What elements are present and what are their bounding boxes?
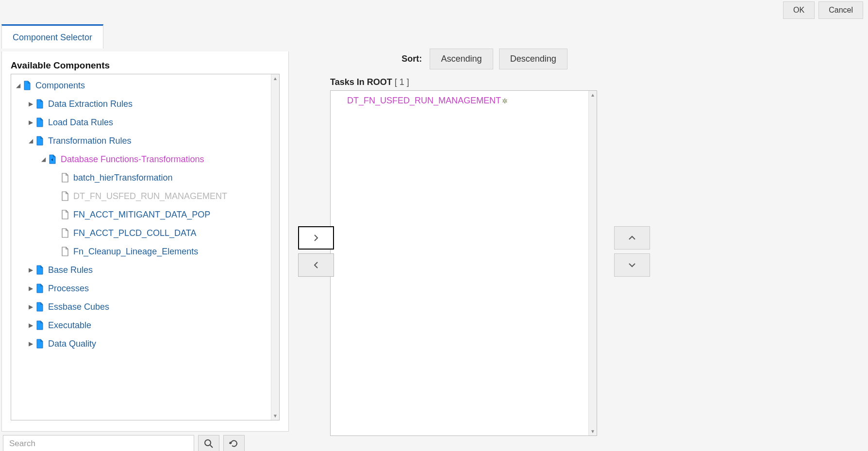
- tree-leaf-dtfn-usfed[interactable]: ▶ DT_FN_USFED_RUN_MANAGEMENT: [52, 187, 279, 205]
- ok-button[interactable]: OK: [783, 1, 815, 19]
- file-solid-icon: [35, 265, 44, 275]
- component-tree[interactable]: ◢ Components ▶ Data Extraction Rules: [11, 74, 280, 420]
- file-solid-icon: [35, 117, 44, 127]
- file-solid-icon: [48, 154, 57, 164]
- chevron-down-icon: [628, 261, 636, 269]
- expand-icon[interactable]: ▶: [27, 119, 34, 126]
- tasks-header: Tasks In ROOT [ 1 ]: [330, 77, 641, 87]
- tree-node-transformation-rules[interactable]: ◢ Transformation Rules: [27, 132, 279, 150]
- file-outline-icon: [61, 247, 69, 256]
- tree-label: Base Rules: [48, 265, 93, 275]
- sort-descending-button[interactable]: Descending: [499, 49, 568, 69]
- file-solid-icon: [35, 284, 44, 293]
- collapse-icon[interactable]: ◢: [27, 137, 34, 144]
- file-solid-icon: [35, 320, 44, 330]
- tree-leaf-fn-cleanup[interactable]: ▶ Fn_Cleanup_Lineage_Elements: [52, 242, 279, 261]
- undo-icon: [229, 439, 239, 449]
- available-components-header: Available Components: [11, 60, 280, 71]
- tree-label: Data Extraction Rules: [48, 99, 133, 109]
- search-icon: [204, 439, 214, 449]
- scroll-down-icon[interactable]: ▼: [589, 427, 597, 435]
- tree-label: Transformation Rules: [48, 136, 131, 146]
- collapse-icon[interactable]: ◢: [14, 82, 22, 89]
- component-selector-dialog: OK Cancel Component Selector Available C…: [0, 0, 868, 451]
- cancel-button[interactable]: Cancel: [818, 1, 863, 19]
- sort-ascending-button[interactable]: Ascending: [430, 49, 493, 69]
- task-item[interactable]: DT_FN_USFED_RUN_MANAGEMENT ✲: [347, 96, 597, 106]
- chevron-right-icon: [312, 234, 320, 242]
- tree-node-load-data-rules[interactable]: ▶ Load Data Rules: [27, 113, 279, 132]
- scroll-up-icon[interactable]: ▲: [589, 91, 597, 99]
- available-components-panel: Available Components ◢ Components ▶: [1, 51, 289, 432]
- tree-node-database-functions[interactable]: ◢ Database Functions-Transformations: [39, 150, 279, 168]
- tree-label: Executable: [48, 320, 91, 331]
- tab-row: Component Selector: [0, 24, 103, 49]
- tree-node-base-rules[interactable]: ▶ Base Rules: [27, 261, 279, 279]
- tree-label: Fn_Cleanup_Lineage_Elements: [73, 247, 198, 257]
- dialog-button-row: OK Cancel: [783, 1, 863, 19]
- tree-leaf-fn-acct-mitigant[interactable]: ▶ FN_ACCT_MITIGANT_DATA_POP: [52, 205, 279, 224]
- file-solid-icon: [35, 339, 44, 349]
- order-buttons: [614, 226, 650, 277]
- tree-label: Data Quality: [48, 339, 96, 349]
- tree-leaf-batch-hier[interactable]: ▶ batch_hierTransformation: [52, 168, 279, 187]
- tree-label: DT_FN_USFED_RUN_MANAGEMENT: [73, 191, 227, 201]
- search-input[interactable]: Search: [3, 435, 194, 451]
- move-down-button[interactable]: [614, 253, 650, 277]
- expand-icon[interactable]: ▶: [27, 285, 34, 292]
- tree-label: Load Data Rules: [48, 117, 113, 128]
- file-outline-icon: [61, 191, 69, 201]
- expand-icon[interactable]: ▶: [27, 322, 34, 329]
- tasks-header-count: [ 1 ]: [395, 77, 409, 87]
- tree-label: Database Functions-Transformations: [61, 154, 204, 165]
- move-right-button[interactable]: [298, 226, 334, 250]
- tree-label: FN_ACCT_PLCD_COLL_DATA: [73, 228, 196, 238]
- search-area: Search: [3, 435, 245, 451]
- move-up-button[interactable]: [614, 226, 650, 250]
- tree-node-components[interactable]: ◢ Components: [14, 76, 279, 95]
- file-solid-icon: [35, 136, 44, 146]
- file-outline-icon: [61, 210, 69, 219]
- expand-icon[interactable]: ▶: [27, 303, 34, 310]
- tree-node-data-extraction-rules[interactable]: ▶ Data Extraction Rules: [27, 95, 279, 113]
- file-outline-icon: [61, 173, 69, 183]
- tree-label: batch_hierTransformation: [73, 173, 172, 183]
- expand-icon[interactable]: ▶: [27, 267, 34, 273]
- expand-icon[interactable]: ▶: [27, 100, 34, 107]
- tree-scrollbar[interactable]: ▲ ▼: [271, 74, 279, 420]
- shuttle-area: Sort: Ascending Descending Tasks In ROOT…: [330, 49, 641, 436]
- move-buttons: [298, 226, 334, 277]
- tasks-list[interactable]: DT_FN_USFED_RUN_MANAGEMENT ✲ ▲ ▼: [330, 90, 597, 436]
- tasks-header-title: Tasks In ROOT: [330, 77, 392, 87]
- tree-label: Processes: [48, 284, 89, 294]
- tree-leaf-fn-acct-plcd[interactable]: ▶ FN_ACCT_PLCD_COLL_DATA: [52, 224, 279, 242]
- move-left-button[interactable]: [298, 253, 334, 277]
- svg-point-0: [205, 440, 211, 446]
- scroll-down-icon[interactable]: ▼: [271, 412, 279, 420]
- svg-line-1: [210, 445, 213, 448]
- collapse-icon[interactable]: ◢: [39, 156, 47, 163]
- search-button[interactable]: [198, 435, 219, 451]
- chevron-left-icon: [312, 261, 320, 269]
- sort-label: Sort:: [401, 54, 422, 64]
- task-item-label: DT_FN_USFED_RUN_MANAGEMENT: [347, 96, 501, 106]
- tree-node-processes[interactable]: ▶ Processes: [27, 279, 279, 298]
- scroll-up-icon[interactable]: ▲: [271, 74, 279, 83]
- file-outline-icon: [61, 228, 69, 238]
- file-solid-icon: [23, 81, 32, 90]
- file-solid-icon: [35, 99, 44, 109]
- tree-label: Essbase Cubes: [48, 302, 109, 312]
- tree-label: Components: [35, 81, 85, 91]
- gear-icon[interactable]: ✲: [502, 97, 508, 105]
- reset-button[interactable]: [223, 435, 245, 451]
- tree-node-essbase-cubes[interactable]: ▶ Essbase Cubes: [27, 298, 279, 316]
- file-solid-icon: [35, 302, 44, 312]
- tasks-scrollbar[interactable]: ▲ ▼: [588, 91, 597, 435]
- tree-node-executable[interactable]: ▶ Executable: [27, 316, 279, 334]
- sort-row: Sort: Ascending Descending: [330, 49, 641, 69]
- tree-node-data-quality[interactable]: ▶ Data Quality: [27, 334, 279, 353]
- expand-icon[interactable]: ▶: [27, 340, 34, 347]
- tree-label: FN_ACCT_MITIGANT_DATA_POP: [73, 210, 210, 220]
- tab-component-selector[interactable]: Component Selector: [1, 24, 103, 49]
- chevron-up-icon: [628, 234, 636, 242]
